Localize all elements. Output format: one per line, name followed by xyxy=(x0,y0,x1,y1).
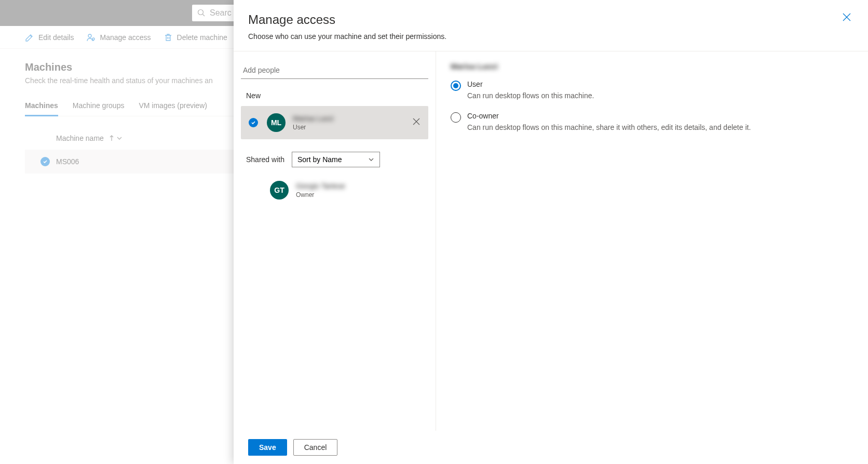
search-placeholder: Searc xyxy=(210,8,232,18)
manage-access-panel: Manage access Choose who can use your ma… xyxy=(234,0,868,464)
panel-footer: Save Cancel xyxy=(234,431,868,464)
chevron-down-icon xyxy=(116,135,123,141)
person-card-shared[interactable]: GT Giorgio Tartese Owner xyxy=(241,174,428,207)
role-radio-group: User Can run desktop flows on this machi… xyxy=(451,80,853,133)
machine-name-cell: MS006 xyxy=(56,157,79,166)
search-icon xyxy=(197,9,206,17)
trash-icon xyxy=(164,33,173,42)
chevron-down-icon xyxy=(368,156,374,163)
tab-vm-images[interactable]: VM images (preview) xyxy=(139,97,207,116)
person-name: Giorgio Tartese xyxy=(296,182,422,190)
radio-title: User xyxy=(467,80,594,88)
sort-indicator[interactable] xyxy=(109,135,123,141)
radio-coowner[interactable]: Co-owner Can run desktop flows on this m… xyxy=(451,112,853,133)
checkmark-icon xyxy=(251,120,256,125)
cancel-button[interactable]: Cancel xyxy=(293,439,338,456)
panel-right: Marisa Lucci User Can run desktop flows … xyxy=(436,51,868,431)
close-button[interactable] xyxy=(840,10,853,26)
radio-description: Can run desktop flows on this machine, s… xyxy=(467,122,751,133)
person-role: Owner xyxy=(296,191,422,198)
radio-user[interactable]: User Can run desktop flows on this machi… xyxy=(451,80,853,101)
panel-left: New ML Marisa Lucci User Shar xyxy=(234,51,436,431)
tab-machines[interactable]: Machines xyxy=(25,97,58,116)
svg-point-0 xyxy=(198,10,204,15)
radio-button[interactable] xyxy=(451,81,461,91)
manage-access-button[interactable]: Manage access xyxy=(86,33,151,42)
person-checkbox[interactable] xyxy=(247,118,260,127)
sort-select[interactable]: Sort by Name xyxy=(292,152,380,167)
panel-title: Manage access xyxy=(248,12,446,27)
person-card-new[interactable]: ML Marisa Lucci User xyxy=(241,106,428,139)
svg-point-3 xyxy=(88,34,91,37)
shared-with-label: Shared with xyxy=(246,155,284,164)
radio-description: Can run desktop flows on this machine. xyxy=(467,90,594,101)
panel-header: Manage access Choose who can use your ma… xyxy=(234,0,868,51)
new-section-label: New xyxy=(241,91,428,100)
col-machine-name[interactable]: Machine name xyxy=(56,134,104,142)
radio-button[interactable] xyxy=(451,112,461,123)
svg-point-4 xyxy=(92,38,94,40)
selected-person-name: Marisa Lucci xyxy=(451,62,853,71)
pencil-icon xyxy=(25,33,34,42)
save-button[interactable]: Save xyxy=(248,439,287,456)
svg-line-1 xyxy=(203,15,205,17)
panel-subtitle: Choose who can use your machine and set … xyxy=(248,32,446,41)
person-role: User xyxy=(293,124,403,131)
remove-person-button[interactable] xyxy=(411,116,422,129)
radio-title: Co-owner xyxy=(467,112,751,120)
access-icon xyxy=(86,33,96,42)
arrow-up-icon xyxy=(109,135,114,141)
avatar: ML xyxy=(267,113,286,132)
delete-machine-button[interactable]: Delete machine xyxy=(164,33,227,42)
row-checkbox[interactable] xyxy=(34,157,56,166)
add-people-input[interactable] xyxy=(241,62,428,79)
close-icon xyxy=(413,118,420,125)
close-icon xyxy=(842,12,851,22)
person-name: Marisa Lucci xyxy=(293,114,403,123)
tab-machine-groups[interactable]: Machine groups xyxy=(73,97,125,116)
checkmark-icon xyxy=(43,159,48,164)
edit-details-button[interactable]: Edit details xyxy=(25,33,74,42)
avatar: GT xyxy=(270,181,289,200)
